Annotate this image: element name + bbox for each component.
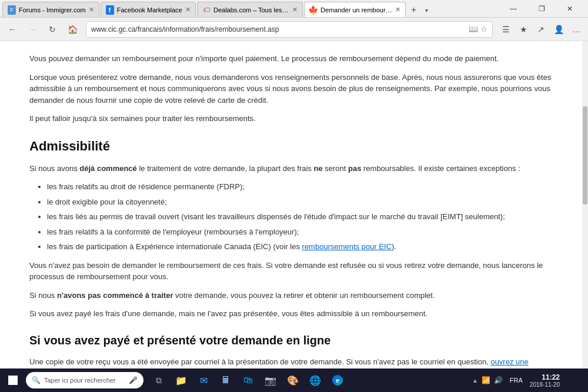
tab-label-forums: Forums - Immigrer.com (19, 6, 86, 14)
section1-paragraph-2: Vous n'avez pas besoin de demander le re… (29, 260, 553, 283)
share-button[interactable]: ↗ (533, 21, 549, 38)
taskbar-date: 2018-11-20 (530, 381, 560, 388)
taskbar-apps: ⧉ 📁 ✉ 🖩 🛍 📷 🎨 🌐 e (148, 370, 348, 391)
tab-bar: F Forums - Immigrer.com ✕ f Facebook Mar… (0, 0, 500, 17)
list-item: les frais relatifs à la conformité de l'… (47, 226, 553, 238)
tab-close-facebook[interactable]: ✕ (185, 6, 191, 14)
tab-dealabs[interactable]: 🏷 Dealabs.com – Tous les dea ✕ (197, 2, 303, 17)
address-bar[interactable]: www.cic.gc.ca/francais/information/frais… (86, 21, 493, 38)
tray-volume-icon[interactable]: 🔊 (494, 376, 503, 384)
taskbar-search-text: Taper ici pour rechercher (44, 377, 116, 384)
intro-paragraph-2: Lorsque vous présenterez votre demande, … (29, 72, 553, 106)
title-bar: F Forums - Immigrer.com ✕ f Facebook Mar… (0, 0, 588, 18)
section1-bullet-list: les frais relatifs au droit de résidence… (47, 181, 553, 253)
restore-button[interactable]: ❐ (528, 0, 555, 18)
list-item: les frais de participation à Expérience … (47, 241, 553, 253)
tab-close-cic[interactable]: ✕ (395, 6, 400, 14)
tab-overflow-button[interactable]: ▾ (421, 3, 433, 17)
taskbar-chrome[interactable]: 🌐 (305, 370, 326, 391)
windows-logo-icon (8, 376, 18, 385)
show-desktop-button[interactable] (567, 370, 581, 391)
refresh-button[interactable]: ↻ (44, 21, 61, 38)
section2-p1-before: Une copie de votre reçu vous a été envoy… (29, 357, 490, 366)
taskbar-tray: ▲ 📶 🔊 FRA 11:22 2018-11-20 (472, 370, 586, 391)
taskbar-time: 11:22 (542, 373, 560, 381)
reader-view-icon[interactable]: 📖 (469, 25, 478, 33)
list-item: le droit exigible pour la citoyenneté; (47, 196, 553, 208)
home-button[interactable]: 🏠 (64, 21, 81, 38)
navigation-bar: ← → ↻ 🏠 www.cic.gc.ca/francais/informati… (0, 18, 588, 41)
back-button[interactable]: ← (4, 21, 21, 38)
favorites-star-button[interactable]: ★ (515, 21, 532, 38)
tab-label-facebook: Facebook Marketplace (117, 6, 182, 14)
tab-label-dealabs: Dealabs.com – Tous les dea (213, 6, 289, 14)
hub-button[interactable]: ☰ (497, 21, 514, 38)
tab-close-dealabs[interactable]: ✕ (292, 6, 298, 14)
forums-icon: F (8, 5, 16, 15)
section1-p1-seront: seront (323, 164, 348, 173)
section1-paragraph-1: Si nous avons déjà commencé le traitemen… (29, 163, 553, 175)
section1-paragraph-4: Si vous avez payé les frais d'une demand… (29, 308, 553, 320)
taskbar-camera[interactable]: 📷 (260, 370, 281, 391)
taskbar-search-icon: 🔍 (32, 376, 41, 384)
facebook-icon: f (106, 5, 114, 15)
start-button[interactable] (2, 370, 24, 391)
taskbar-calculator[interactable]: 🖩 (215, 370, 236, 391)
section1-paragraph-3: Si nous n'avons pas commencé à traiter v… (29, 290, 553, 301)
taskbar-tray-icons: ▲ 📶 🔊 (472, 376, 503, 384)
address-bar-icons: 📖 ☆ (469, 25, 487, 33)
section1-p3-bold: n'avons pas commencé à traiter (57, 291, 173, 300)
tab-favicon-forums: F (8, 6, 16, 14)
bullet-3: les frais liés au permis de travail ouve… (47, 212, 505, 221)
new-tab-button[interactable]: + (407, 3, 421, 17)
scrollbar-thumb[interactable] (583, 106, 587, 205)
taskbar-paint[interactable]: 🎨 (282, 370, 303, 391)
section1-p1-after: le traitement de votre demande, la plupa… (137, 164, 314, 173)
maple-leaf-icon: 🍁 (308, 5, 318, 15)
tray-network-icon[interactable]: 📶 (482, 376, 490, 384)
tab-cic[interactable]: 🍁 Demander un rembour… ✕ (304, 2, 406, 17)
more-button[interactable]: … (568, 21, 584, 38)
tab-close-forums[interactable]: ✕ (89, 6, 94, 14)
bullet-2: le droit exigible pour la citoyenneté; (47, 197, 167, 206)
scrollbar[interactable] (582, 41, 588, 368)
address-text: www.cic.gc.ca/francais/information/frais… (91, 25, 469, 33)
taskbar-task-view[interactable]: ⧉ (148, 370, 169, 391)
taskbar-mic-icon: 🎤 (129, 376, 138, 384)
taskbar-mail[interactable]: ✉ (193, 370, 214, 391)
section1-p1-end: remboursables. Il existe certaines excep… (361, 164, 520, 173)
minimize-button[interactable]: — (500, 0, 527, 18)
bullet-1: les frais relatifs au droit de résidence… (47, 182, 245, 191)
forward-button[interactable]: → (24, 21, 41, 38)
section1-p1-pas: pas (348, 164, 361, 173)
taskbar-search[interactable]: 🔍 Taper ici pour rechercher 🎤 (26, 372, 143, 388)
tab-favicon-facebook: f (106, 6, 114, 14)
close-button[interactable]: ✕ (556, 0, 583, 18)
eic-remboursements-link[interactable]: remboursements pour EIC (302, 242, 392, 251)
section1-p1-bold: déjà commencé (79, 164, 137, 173)
section1-p3-after: votre demande, vous pouvez la retirer et… (173, 291, 435, 300)
list-item: les frais liés au permis de travail ouve… (47, 211, 553, 223)
taskbar-store[interactable]: 🛍 (238, 370, 259, 391)
tray-arrow-icon[interactable]: ▲ (472, 377, 478, 384)
edge-icon: e (332, 375, 343, 386)
section-admissibilite-heading: Admissibilité (29, 136, 553, 156)
account-button[interactable]: 👤 (550, 21, 567, 38)
section1-p1-ne: ne (313, 164, 322, 173)
section1-p1-before: Si nous avons (29, 164, 79, 173)
favorites-icon[interactable]: ☆ (480, 25, 487, 33)
content-area: Vous pouvez demander un remboursement po… (0, 41, 588, 368)
page-container: Vous pouvez demander un remboursement po… (0, 41, 588, 368)
tab-favicon-cic: 🍁 (309, 6, 318, 14)
section1-p3-before: Si nous (29, 291, 57, 300)
taskbar-file-explorer[interactable]: 📁 (171, 370, 192, 391)
tab-forums[interactable]: F Forums - Immigrer.com ✕ (2, 2, 99, 17)
taskbar-edge[interactable]: e (327, 370, 348, 391)
taskbar: 🔍 Taper ici pour rechercher 🎤 ⧉ 📁 ✉ 🖩 🛍 … (0, 368, 588, 392)
taskbar-language: FRA (510, 377, 523, 384)
bullet-4: les frais relatifs à la conformité de l'… (47, 227, 299, 236)
toolbar-icons: ☰ ★ ↗ 👤 … (497, 21, 584, 38)
section2-heading: Si vous avez payé et présenté votre dema… (29, 331, 553, 349)
tab-facebook[interactable]: f Facebook Marketplace ✕ (101, 2, 196, 17)
window-controls: — ❐ ✕ (500, 0, 588, 18)
